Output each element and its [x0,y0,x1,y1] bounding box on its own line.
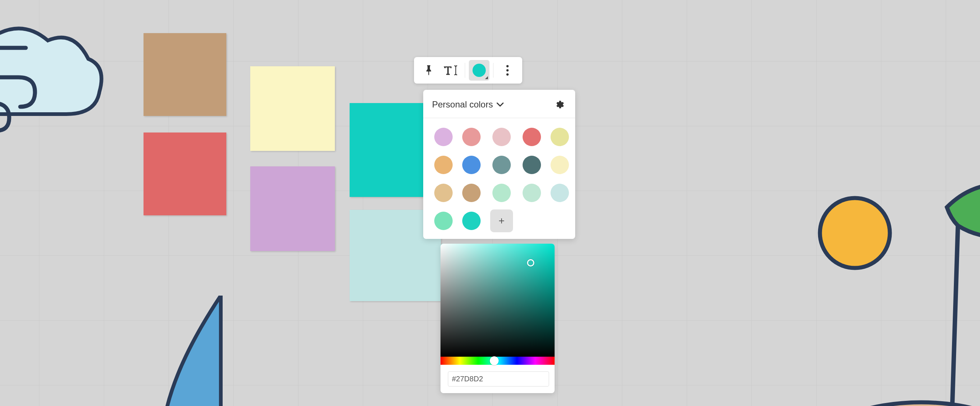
color-swatch[interactable] [462,128,480,146]
toolbar-separator [493,63,493,78]
more-vertical-icon [506,65,509,76]
hex-input[interactable] [448,371,549,387]
color-swatch[interactable] [523,128,541,146]
toolbar-separator [465,63,465,78]
dropdown-indicator-icon [485,76,488,79]
palette-settings-button[interactable] [553,98,566,111]
chevron-down-icon [496,102,504,107]
sticky-note[interactable] [250,66,335,151]
text-edit-button[interactable] [441,60,461,81]
color-swatch[interactable] [434,156,453,174]
color-swatch[interactable] [550,128,569,146]
context-toolbar [414,57,522,84]
add-color-button[interactable]: + [490,209,513,232]
palm-sun-illustration [752,159,980,406]
swatch-grid: + [423,118,575,239]
color-swatch[interactable] [492,156,511,174]
fill-color-button[interactable] [469,60,490,81]
cloud-wind-illustration [0,15,118,151]
color-swatch[interactable] [434,128,453,146]
palette-header: Personal colors [423,90,575,118]
sticky-note[interactable] [143,132,226,215]
text-cursor-icon [443,65,458,76]
sticky-note[interactable] [143,33,226,116]
svg-point-2 [506,65,509,67]
pin-icon [424,64,434,76]
color-swatch[interactable] [550,156,569,174]
color-swatch[interactable] [492,184,511,202]
sticky-note[interactable] [250,166,335,251]
picker-footer [441,365,555,393]
custom-color-picker [441,244,555,393]
palette-selector[interactable]: Personal colors [432,99,504,110]
saturation-lightness-field[interactable] [441,244,555,357]
gear-icon [555,99,565,110]
hue-slider[interactable] [441,357,555,365]
svg-point-4 [506,73,509,75]
palette-label: Personal colors [432,99,493,110]
color-swatch[interactable] [434,184,453,202]
color-swatch[interactable] [462,184,480,202]
sailboat-illustration [158,296,276,406]
color-palette-panel: Personal colors + [423,90,575,239]
hue-cursor[interactable] [490,356,499,365]
current-color-swatch [473,64,486,77]
saturation-cursor[interactable] [527,259,535,266]
color-swatch[interactable] [523,184,541,202]
svg-point-1 [818,402,980,406]
svg-point-0 [820,198,890,268]
color-swatch[interactable] [492,128,511,146]
color-swatch[interactable] [550,184,569,202]
color-swatch[interactable] [462,156,480,174]
more-options-button[interactable] [497,60,518,81]
pin-button[interactable] [418,60,439,81]
svg-point-3 [506,69,509,72]
color-swatch[interactable] [434,212,453,230]
color-swatch[interactable] [523,156,541,174]
color-swatch[interactable] [462,212,480,230]
